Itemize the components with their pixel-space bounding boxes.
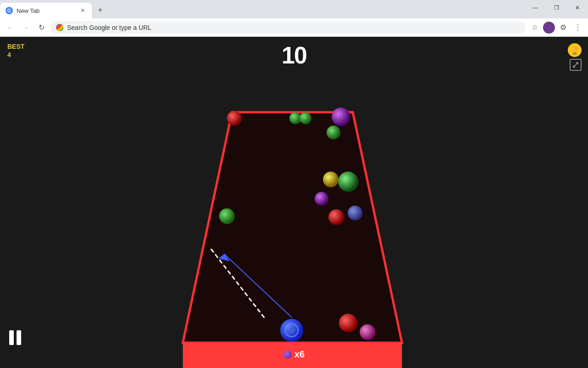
svg-point-18 [289,328,294,333]
best-label: BEST 4 [7,42,24,59]
svg-point-9 [323,172,339,187]
maximize-button[interactable]: ❐ [546,0,567,16]
expand-svg [572,62,579,68]
svg-point-7 [327,126,340,139]
svg-point-3 [227,111,242,126]
tab-close-button[interactable]: ✕ [79,7,86,14]
address-text: Search Google or type a URL [67,24,152,31]
expand-icon[interactable] [570,59,582,71]
svg-point-14 [339,314,357,332]
svg-point-15 [360,324,375,340]
address-bar[interactable]: Search Google or type a URL [51,21,526,34]
ball-count-text: x6 [294,349,305,360]
ball-counter: x6 [283,349,305,360]
tab-title: New Tab [17,7,75,14]
svg-point-6 [332,108,350,126]
forward-button[interactable]: → [19,21,32,34]
trophy-icon: 🏆 [568,43,582,57]
tab-favicon: G [6,7,13,14]
window-controls: — ❐ ✕ [525,0,588,18]
menu-button[interactable]: ⋮ [571,21,584,34]
reload-button[interactable]: ↻ [35,21,48,34]
score-display: 10 [282,41,306,69]
svg-line-22 [573,63,578,67]
bookmark-button[interactable]: ☆ [528,21,541,34]
extensions-button[interactable]: ⚙ [557,21,570,34]
toolbar-actions: ☆ ⚙ ⋮ [528,21,584,34]
chrome-frame: G New Tab ✕ + — ❐ ✕ ← → ↻ Search Google … [0,0,588,368]
new-tab-button[interactable]: + [94,4,107,17]
minimize-button[interactable]: — [525,0,546,16]
pause-button[interactable] [9,330,21,345]
active-tab[interactable]: G New Tab ✕ [0,3,92,18]
svg-point-11 [315,192,328,206]
best-title: BEST [7,42,24,51]
profile-avatar[interactable] [543,22,555,34]
best-value: 4 [7,51,24,59]
close-button[interactable]: ✕ [567,0,588,16]
google-icon [56,24,63,31]
back-button[interactable]: ← [4,21,17,34]
pause-bar-left [9,330,14,345]
svg-point-10 [338,172,358,192]
game-area[interactable]: 10 BEST 4 🏆 x6 [0,37,588,368]
svg-point-12 [328,209,344,225]
svg-point-8 [219,208,235,224]
pause-bar-right [17,330,21,345]
toolbar: ← → ↻ Search Google or type a URL ☆ ⚙ ⋮ [0,18,588,37]
tab-bar: G New Tab ✕ + — ❐ ✕ [0,0,588,18]
score-value: 10 [282,42,306,69]
svg-point-5 [300,112,311,124]
game-canvas [0,37,588,368]
svg-point-13 [348,206,362,220]
ball-counter-icon [283,351,292,359]
